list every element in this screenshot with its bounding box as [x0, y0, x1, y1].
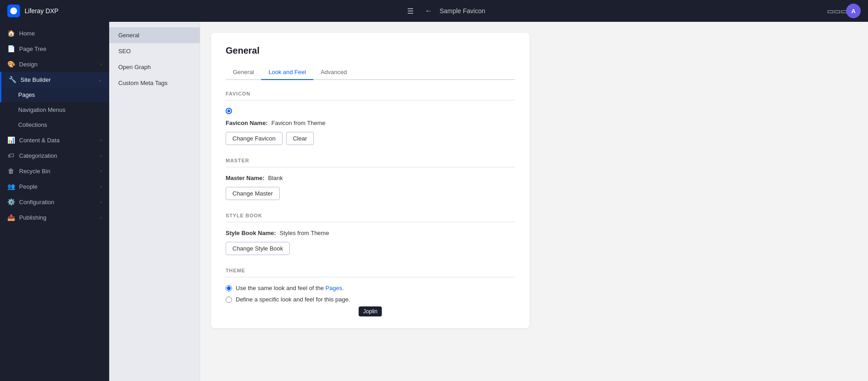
sidebar-item-label: Content & Data — [19, 137, 96, 144]
sidebar-item-label: Recycle Bin — [19, 168, 96, 175]
theme-radio-define-look-label: Define a specific look and feel for this… — [236, 296, 350, 303]
chevron-right-icon: › — [100, 61, 102, 67]
theme-radio-same-look-label: Use the same look and feel of the Pages. — [236, 285, 344, 291]
site-builder-icon: 🔧 — [9, 76, 16, 83]
sidebar-item-people[interactable]: 👥 People › — [0, 179, 109, 194]
layout: 🏠 Home 📄 Page Tree 🎨 Design › 🔧 Site Bui… — [0, 0, 868, 381]
sidebar-item-page-tree[interactable]: 📄 Page Tree — [0, 41, 109, 56]
master-name-label: Master Name: — [226, 175, 264, 181]
settings-nav-general[interactable]: General — [109, 27, 200, 43]
home-icon: 🏠 — [7, 30, 15, 37]
app-title: Liferay DXP — [25, 7, 59, 15]
tab-general[interactable]: General — [226, 65, 261, 80]
change-master-button[interactable]: Change Master — [226, 187, 280, 200]
settings-nav: General SEO Open Graph Custom Meta Tags — [109, 22, 200, 381]
chevron-right-icon: › — [100, 215, 102, 220]
theme-radio-same-look-input[interactable] — [226, 285, 232, 291]
sidebar-item-categorization[interactable]: 🏷 Categorization › — [0, 148, 109, 163]
sidebar-item-label: Configuration — [19, 199, 96, 206]
sidebar-item-label: Page Tree — [19, 45, 102, 52]
chevron-down-icon: ⌄ — [98, 77, 102, 83]
sidebar: 🏠 Home 📄 Page Tree 🎨 Design › 🔧 Site Bui… — [0, 22, 109, 381]
content-data-icon: 📊 — [7, 136, 15, 144]
page-tree-icon: 📄 — [7, 45, 15, 52]
settings-nav-seo[interactable]: SEO — [109, 43, 200, 59]
settings-nav-custom-meta-tags[interactable]: Custom Meta Tags — [109, 75, 200, 91]
people-icon: 👥 — [7, 183, 15, 190]
sidebar-item-collections[interactable]: Collections — [0, 117, 109, 132]
theme-section: THEME Use the same look and feel of the … — [226, 268, 515, 303]
master-name-value: Blank — [268, 175, 283, 181]
change-favicon-button[interactable]: Change Favicon — [226, 132, 283, 145]
topbar-left: Liferay DXP — [7, 5, 59, 17]
sidebar-item-label: Pages — [18, 91, 102, 98]
style-book-btn-group: Change Style Book — [226, 242, 515, 255]
style-book-section: STYLE BOOK Style Book Name: Styles from … — [226, 213, 515, 255]
back-button[interactable]: ← — [421, 4, 436, 18]
apps-button[interactable]: ▭▭▭ — [830, 4, 844, 18]
topbar: Liferay DXP ☰ ← Sample Favicon ▭▭▭ A — [0, 0, 868, 22]
main-content: General SEO Open Graph Custom Meta Tags … — [109, 22, 868, 381]
design-icon: 🎨 — [7, 60, 15, 68]
tab-advanced[interactable]: Advanced — [313, 65, 354, 80]
theme-radio-same-look[interactable]: Use the same look and feel of the Pages. — [226, 285, 515, 291]
clear-favicon-button[interactable]: Clear — [286, 132, 314, 145]
publishing-icon: 📤 — [7, 214, 15, 221]
chevron-right-icon: › — [100, 199, 102, 205]
liferay-logo[interactable] — [7, 5, 20, 17]
sidebar-item-navigation-menus[interactable]: Navigation Menus — [0, 102, 109, 117]
favicon-radio-selected[interactable] — [226, 108, 232, 114]
favicon-btn-group: Change Favicon Clear — [226, 132, 515, 145]
master-section: MASTER Master Name: Blank Change Master — [226, 158, 515, 200]
settings-nav-open-graph[interactable]: Open Graph — [109, 59, 200, 75]
toggle-sidebar-button[interactable]: ☰ — [403, 4, 418, 18]
sidebar-item-label: Publishing — [19, 214, 96, 221]
sidebar-item-site-builder[interactable]: 🔧 Site Builder ⌄ — [0, 72, 109, 87]
sidebar-item-label: Collections — [18, 121, 102, 128]
sidebar-item-home[interactable]: 🏠 Home — [0, 25, 109, 41]
sidebar-item-label: Design — [19, 61, 96, 68]
style-book-name-value: Styles from Theme — [280, 230, 329, 236]
sidebar-item-label: Home — [19, 30, 102, 37]
chevron-right-icon: › — [100, 168, 102, 174]
chevron-right-icon: › — [100, 137, 102, 143]
topbar-actions: ▭▭▭ A — [830, 4, 861, 18]
style-book-name-row: Style Book Name: Styles from Theme — [226, 230, 515, 236]
master-name-row: Master Name: Blank — [226, 175, 515, 181]
tab-look-and-feel[interactable]: Look and Feel — [261, 65, 313, 80]
sidebar-item-configuration[interactable]: ⚙️ Configuration › — [0, 194, 109, 210]
theme-radio-define-look[interactable]: Define a specific look and feel for this… — [226, 296, 515, 303]
style-book-header: STYLE BOOK — [226, 213, 515, 222]
content-panel: General General Look and Feel Advanced F… — [200, 22, 868, 381]
sidebar-item-content-data[interactable]: 📊 Content & Data › — [0, 132, 109, 148]
card-title: General — [226, 45, 515, 56]
page-name: Sample Favicon — [439, 7, 485, 15]
sidebar-item-label: Site Builder — [20, 76, 93, 83]
sidebar-item-design[interactable]: 🎨 Design › — [0, 56, 109, 72]
theme-radio-group: Use the same look and feel of the Pages.… — [226, 285, 515, 303]
theme-radio-define-look-input[interactable] — [226, 296, 232, 303]
favicon-name-row: Favicon Name: Favicon from Theme — [226, 120, 515, 126]
sidebar-item-recycle-bin[interactable]: 🗑 Recycle Bin › — [0, 163, 109, 179]
master-header: MASTER — [226, 158, 515, 167]
theme-header: THEME — [226, 268, 515, 277]
joplin-tooltip: Joplin — [358, 306, 382, 316]
change-style-book-button[interactable]: Change Style Book — [226, 242, 290, 255]
style-book-name-label: Style Book Name: — [226, 230, 276, 236]
sidebar-item-label: Navigation Menus — [18, 106, 102, 113]
tooltip-container: Define a specific look and feel for this… — [226, 296, 515, 303]
favicon-name-label: Favicon Name: — [226, 120, 267, 126]
favicon-radio-row — [226, 108, 515, 114]
chevron-right-icon: › — [100, 184, 102, 189]
sidebar-item-label: People — [19, 183, 96, 190]
favicon-section: FAVICON Favicon Name: Favicon from Theme — [226, 91, 515, 145]
svg-point-0 — [10, 8, 17, 15]
favicon-name-value: Favicon from Theme — [271, 120, 325, 126]
pages-link[interactable]: Pages — [325, 285, 342, 291]
sidebar-item-pages[interactable]: Pages — [0, 87, 109, 102]
sidebar-item-label: Categorization — [19, 152, 96, 159]
topbar-breadcrumb: ☰ ← Sample Favicon — [403, 4, 485, 18]
favicon-header: FAVICON — [226, 91, 515, 100]
user-avatar[interactable]: A — [846, 4, 861, 18]
sidebar-item-publishing[interactable]: 📤 Publishing › — [0, 210, 109, 225]
